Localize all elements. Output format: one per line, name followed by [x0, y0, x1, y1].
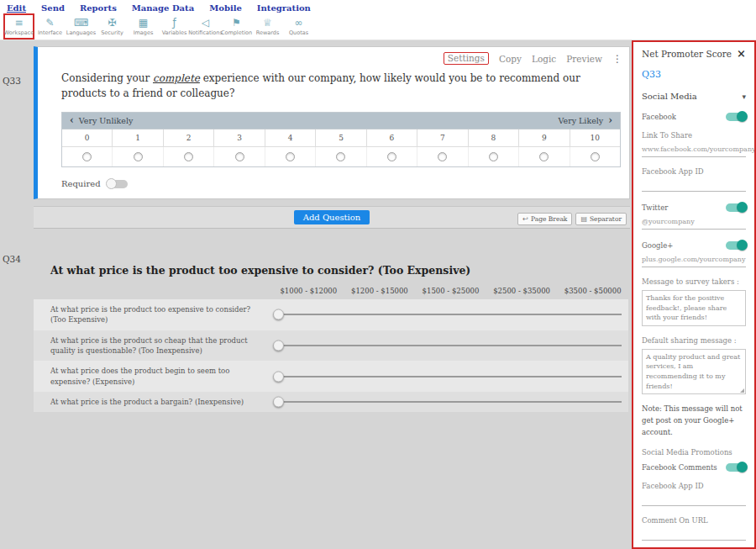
slider-track[interactable]: [273, 376, 622, 377]
scale-radio[interactable]: [367, 147, 417, 166]
menu-integration[interactable]: Integration: [257, 3, 311, 13]
column-header: $1500 - $25000: [415, 287, 486, 295]
close-icon[interactable]: ×: [737, 50, 746, 58]
scale-value: 0: [62, 129, 113, 146]
completion-icon: ⚑: [232, 18, 241, 29]
slider-track[interactable]: [273, 401, 622, 403]
default-sharing-message-label: Default sharing message :: [642, 336, 746, 345]
toolbar-label: Variables: [162, 29, 187, 36]
scale-radio[interactable]: [316, 147, 366, 166]
row-label: At what price is the product so cheap th…: [34, 330, 273, 362]
twitter-label: Twitter: [642, 203, 668, 212]
slider-handle[interactable]: [273, 309, 284, 320]
logic-button[interactable]: Logic: [532, 54, 556, 64]
question-divider: Add Question ↩ Page Break ▤ Separator: [34, 206, 630, 229]
interface-icon: ✎: [45, 18, 54, 29]
comment-on-url-input[interactable]: [642, 529, 746, 541]
toolbar-item-interface[interactable]: ✎ Interface: [34, 13, 66, 40]
top-menubar: Edit Send Reports Manage Data Mobile Int…: [0, 0, 756, 13]
slider-handle[interactable]: [273, 371, 284, 382]
radio-icon: [539, 152, 549, 161]
required-toggle[interactable]: [108, 180, 128, 188]
toolbar-item-quotas[interactable]: ∞ Quotas: [283, 13, 314, 40]
scale-radio[interactable]: [417, 147, 468, 166]
default-sharing-message-textarea[interactable]: A quality product and great services, I …: [642, 349, 746, 394]
radio-icon: [387, 152, 396, 161]
row-label: At what price does the product begin to …: [34, 361, 273, 392]
preview-button[interactable]: Preview: [566, 54, 602, 64]
toolbar-label: Completion: [221, 29, 252, 36]
copy-button[interactable]: Copy: [499, 54, 522, 64]
scale-radio[interactable]: [469, 147, 519, 166]
scale-radio[interactable]: [113, 147, 163, 166]
toolbar-item-images[interactable]: ▦ Images: [128, 13, 159, 40]
menu-mobile[interactable]: Mobile: [209, 3, 242, 13]
twitter-toggle[interactable]: [726, 203, 746, 212]
scale-radio[interactable]: [570, 147, 620, 166]
google-note: Note: This message will not get post on …: [642, 403, 746, 438]
facebook-comments-label: Facebook Comments: [642, 463, 717, 472]
google-plus-toggle[interactable]: [726, 241, 746, 250]
twitter-handle-input[interactable]: @yourcompany: [642, 216, 746, 230]
toolbar-item-rewards[interactable]: ♕ Rewards: [252, 13, 283, 40]
facebook-app-id-2-input[interactable]: [642, 494, 746, 506]
facebook-toggle[interactable]: [726, 113, 746, 121]
toolbar-item-notifications[interactable]: ◁ Notifications: [190, 13, 221, 40]
question-block-q34: At what price is the product too expensi…: [34, 264, 630, 412]
scale-value: 4: [265, 129, 316, 146]
google-plus-input[interactable]: plus.google.com/yourcompany: [642, 254, 746, 267]
separator-button[interactable]: ▤ Separator: [575, 213, 627, 225]
toggle-knob: [737, 240, 748, 251]
workspace-icon: ≡: [14, 18, 23, 29]
menu-send[interactable]: Send: [41, 3, 65, 13]
more-options-icon[interactable]: ⋮: [612, 53, 622, 65]
question-title[interactable]: At what price is the product too expensi…: [34, 264, 630, 277]
toolbar-item-languages[interactable]: ⌨ Languages: [66, 13, 97, 40]
slider-handle[interactable]: [273, 397, 284, 408]
scale-radio[interactable]: [265, 147, 316, 166]
slider-handle[interactable]: [273, 340, 284, 351]
scale-radio[interactable]: [62, 147, 113, 166]
languages-icon: ⌨: [74, 18, 88, 29]
toolbar-item-security[interactable]: ✠ Security: [97, 13, 128, 40]
toolbar-item-completion[interactable]: ⚑ Completion: [221, 13, 252, 40]
chevron-left-icon[interactable]: ‹: [70, 117, 74, 124]
separator-label: Separator: [590, 215, 622, 223]
scale-radio[interactable]: [214, 147, 265, 166]
slider-track[interactable]: [273, 314, 622, 315]
facebook-app-id-input[interactable]: [642, 180, 746, 192]
slider-track[interactable]: [273, 345, 622, 346]
radio-icon: [286, 152, 295, 161]
menu-manage-data[interactable]: Manage Data: [132, 3, 194, 13]
toolbar-label: Quotas: [289, 29, 308, 36]
toolbar-item-variables[interactable]: ƒ Variables: [159, 13, 190, 40]
scale-value: 9: [519, 129, 570, 146]
matrix-column-headers: $1000 - $12000 $1200 - $15000 $1500 - $2…: [34, 287, 628, 295]
radio-icon: [235, 152, 244, 161]
toolbar-label: Rewards: [256, 29, 280, 36]
toolbar-item-workspace[interactable]: ≡ Workspace: [3, 13, 34, 40]
toolbar-label: Notifications: [188, 29, 223, 36]
page-break-icon: ↩: [522, 215, 528, 223]
chevron-right-icon[interactable]: ›: [608, 117, 612, 124]
nps-scale-header: ‹ Very Unlikely Very Likely ›: [62, 113, 620, 129]
facebook-comments-toggle[interactable]: [726, 463, 746, 472]
question-text[interactable]: Considering your complete experience wit…: [61, 71, 603, 101]
menu-reports[interactable]: Reports: [80, 3, 117, 13]
page-break-label: Page Break: [531, 215, 567, 223]
message-to-survey-takers-textarea[interactable]: Thanks for the positive feedback!, pleas…: [642, 290, 746, 326]
scale-radio[interactable]: [519, 147, 570, 166]
scale-value: 3: [214, 129, 265, 146]
link-to-share-input[interactable]: www.facebook.com/yourcompany: [642, 144, 746, 157]
settings-button[interactable]: Settings: [444, 52, 489, 65]
price-slider-matrix: $1000 - $12000 $1200 - $15000 $1500 - $2…: [34, 287, 628, 412]
menu-edit[interactable]: Edit: [7, 3, 26, 13]
scale-radio[interactable]: [164, 147, 214, 166]
add-question-button[interactable]: Add Question: [294, 210, 370, 224]
page-break-button[interactable]: ↩ Page Break: [517, 213, 572, 225]
notifications-icon: ◁: [202, 18, 209, 29]
social-media-section-header[interactable]: Social Media ▾: [642, 92, 746, 101]
panel-title: Net Promoter Score: [642, 49, 732, 59]
chevron-down-icon: ▾: [742, 92, 746, 101]
price-slider: [273, 305, 622, 324]
